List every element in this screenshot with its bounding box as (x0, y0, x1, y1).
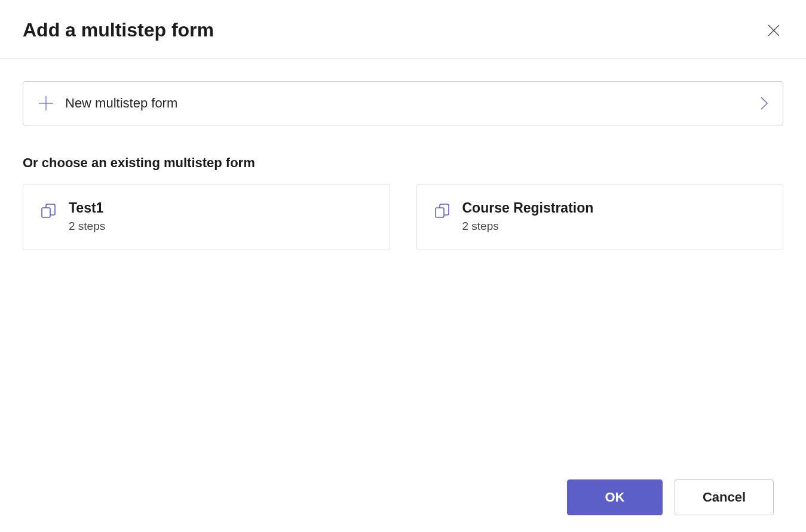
svg-rect-5 (436, 208, 444, 217)
close-button[interactable] (764, 21, 783, 40)
svg-rect-4 (42, 208, 50, 217)
cancel-button[interactable]: Cancel (675, 479, 774, 515)
existing-forms-heading: Or choose an existing multistep form (23, 155, 783, 171)
dialog-title: Add a multistep form (23, 19, 214, 41)
dialog-content: New multistep form Or choose an existing… (0, 59, 806, 250)
chevron-right-icon (760, 96, 768, 110)
form-card-title: Course Registration (462, 200, 594, 216)
ok-button[interactable]: OK (567, 479, 663, 515)
form-card-title: Test1 (69, 200, 105, 216)
existing-forms-grid: Test1 2 steps Course Registration 2 step… (23, 184, 783, 250)
plus-icon (38, 95, 54, 112)
new-multistep-form-button[interactable]: New multistep form (23, 81, 783, 125)
multistep-form-icon (40, 202, 57, 219)
form-card-subtitle: 2 steps (462, 220, 594, 233)
multistep-form-icon (434, 202, 450, 219)
form-card-text: Test1 2 steps (69, 200, 105, 233)
close-icon (767, 24, 780, 37)
form-card-test1[interactable]: Test1 2 steps (23, 184, 390, 250)
form-card-course-registration[interactable]: Course Registration 2 steps (416, 184, 784, 250)
new-form-label: New multistep form (65, 96, 177, 111)
form-card-text: Course Registration 2 steps (462, 200, 594, 233)
form-card-subtitle: 2 steps (69, 220, 105, 233)
new-form-button-left: New multistep form (38, 95, 177, 112)
dialog-header: Add a multistep form (0, 0, 806, 59)
dialog-footer: OK Cancel (567, 479, 774, 515)
